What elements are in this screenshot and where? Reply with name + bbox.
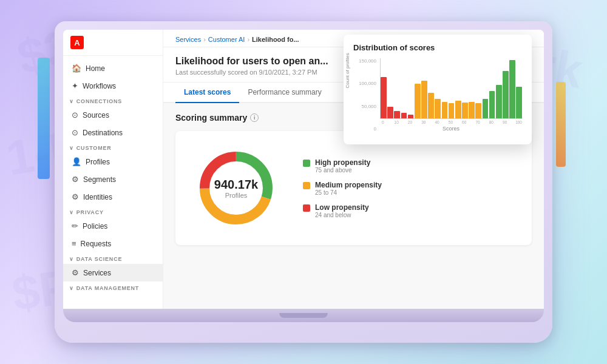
legend-color-medium [303,182,310,189]
chart-legend: High propensity 75 and above Medium prop… [303,158,382,218]
y-tick-100k: 100,000 [359,81,376,86]
tab-performance-summary[interactable]: Performance summary [239,83,330,103]
identities-label: Identities [83,193,112,201]
connections-section[interactable]: ∨ CONNECTIONS [63,95,163,106]
services-label: Services [83,269,111,277]
bar-4 [408,115,414,118]
y-axis-label: Count of profiles [345,53,350,88]
legend-label-low: Low propensity [315,203,369,212]
breadcrumb-sep-2: › [247,36,249,43]
bar-20 [516,87,522,118]
sidebar-item-workflows[interactable]: ✦ Workflows [63,77,163,95]
sidebar-item-home[interactable]: 🏠 Home [63,59,163,77]
sidebar-item-sources[interactable]: ⊙ Sources [63,106,163,124]
x-tick-17 [495,120,501,124]
bar-7 [428,93,434,118]
legend-desc-low: 24 and below [315,212,369,218]
legend-desc-medium: 25 to 74 [315,189,382,196]
bar-5 [415,84,421,118]
bar-13 [469,102,475,118]
data-management-section[interactable]: ∨ DATA MANAGEMENT [63,281,163,293]
donut-value: 940.17k [214,178,258,192]
bar-9 [442,102,448,118]
x-tick-3 [400,120,406,124]
breadcrumb-sep-1: › [203,36,206,43]
legend-color-low [303,204,310,212]
side-accent-right [556,82,566,167]
x-tick-13 [468,120,474,124]
sidebar-home-label: Home [86,64,105,73]
sidebar-item-requests[interactable]: ≡ Requests [63,235,163,252]
x-tick-0: 0 [380,120,386,124]
tab-latest-scores[interactable]: Latest scores [175,83,239,103]
bar-17 [496,85,502,118]
legend-item-medium: Medium propensity 25 to 74 [303,181,382,196]
x-tick-20: 100 [515,120,522,124]
legend-desc-high: 75 and above [315,167,370,174]
legend-text-low: Low propensity 24 and below [315,203,369,218]
requests-icon: ≡ [72,239,76,248]
x-tick-2: 10 [393,120,399,124]
distribution-title: Distribution of scores [353,43,522,52]
bar-10 [449,103,455,118]
legend-item-high: High propensity 75 and above [303,158,382,174]
chevron-down-icon: ∨ [69,98,74,104]
x-tick-12: 60 [461,120,467,124]
data-science-section[interactable]: ∨ DATA SCIENCE [63,252,163,264]
breadcrumb-current: Likelihood fo... [252,36,299,43]
customer-section[interactable]: ∨ CUSTOMER [63,141,163,153]
data-management-label: DATA MANAGEMENT [76,285,139,291]
customer-label: CUSTOMER [76,145,112,151]
laptop-notch [279,313,328,318]
bar-14 [475,103,481,118]
x-ticks-area: 0102030405060708090100 [380,119,522,124]
legend-label-high: High propensity [315,158,370,167]
bar-15 [483,99,489,118]
sources-label: Sources [83,111,109,120]
donut-sub-label: Profiles [214,192,258,199]
breadcrumb-customer-ai[interactable]: Customer AI [208,36,245,43]
bar-12 [462,103,468,118]
x-tick-15 [481,120,487,124]
sidebar-item-services[interactable]: ⚙ Services [63,264,163,281]
sidebar-workflows-label: Workflows [83,82,116,90]
adobe-logo-icon: A [70,36,84,49]
data-science-label: DATA SCIENCE [76,256,122,262]
y-tick-150k: 150,000 [359,58,376,64]
x-tick-18: 90 [502,120,508,124]
x-tick-6: 30 [421,120,427,124]
sidebar-item-policies[interactable]: ✏ Policies [63,217,163,235]
segments-icon: ⚙ [72,175,79,184]
sidebar-item-identities[interactable]: ⚙ Identities [63,188,163,206]
y-tick-50k: 50,000 [362,104,376,109]
destinations-label: Destinations [83,129,123,137]
x-tick-14: 70 [475,120,481,124]
legend-text-medium: Medium propensity 25 to 74 [315,181,382,196]
sidebar-item-destinations[interactable]: ⊙ Destinations [63,124,163,141]
data-science-chevron-icon: ∨ [69,256,74,262]
sidebar-navigation: 🏠 Home ✦ Workflows ∨ CONNECTIONS ⊙ Sourc… [63,56,163,297]
laptop-base [63,309,544,322]
policies-icon: ✏ [72,221,78,231]
distribution-popup: Distribution of scores 150,000 100,000 5… [344,35,532,144]
sidebar-item-segments[interactable]: ⚙ Segments [63,170,163,188]
legend-color-high [303,160,310,167]
privacy-section[interactable]: ∨ PRIVACY [63,206,163,217]
services-icon: ⚙ [72,268,79,277]
x-tick-16: 80 [489,120,495,124]
bar-19 [509,60,515,118]
scoring-content: 940.17k Profiles High propensity 75 and … [175,131,532,245]
bar-3 [401,113,407,118]
home-icon: 🏠 [72,64,81,73]
donut-label: 940.17k Profiles [214,178,258,199]
sidebar-item-profiles[interactable]: 👤 Profiles [63,153,163,170]
donut-chart: 940.17k Profiles [194,146,279,231]
legend-text-high: High propensity 75 and above [315,158,370,174]
x-tick-7 [427,120,433,124]
sidebar: A 🏠 Home ✦ Workflows ∨ CONNECTIONS [63,30,163,309]
info-icon[interactable]: i [250,113,259,122]
bars-area [380,58,522,119]
bar-6 [421,81,427,118]
x-tick-4: 20 [407,120,413,124]
breadcrumb-services[interactable]: Services [175,36,201,43]
